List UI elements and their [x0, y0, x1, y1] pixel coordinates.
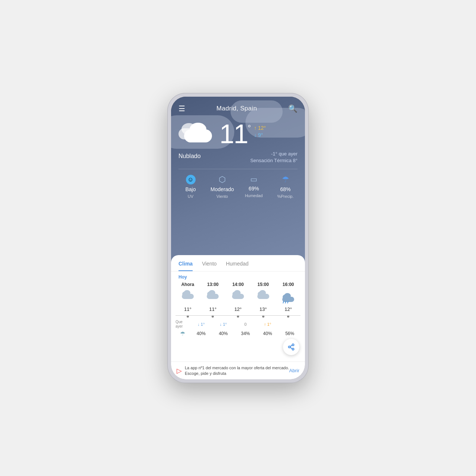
- weather-icon-col-1: [201, 289, 225, 304]
- degree-symbol: °: [248, 123, 251, 133]
- wind-icon: ⬡: [219, 175, 226, 184]
- ad-open-button[interactable]: Abrir: [289, 368, 299, 373]
- precip-value: 68%: [280, 186, 290, 192]
- que-ayer-2: 0: [235, 322, 256, 327]
- weather-icon-col-4: [276, 289, 300, 304]
- hour-col-2: 14:00: [226, 281, 250, 288]
- share-button[interactable]: [283, 339, 299, 355]
- bottom-panel: Clima Viento Humedad Hoy Ahora 13:00 14:…: [171, 255, 305, 379]
- current-temp: 11: [219, 120, 248, 147]
- section-divider: [178, 169, 298, 169]
- stat-precip: ☂ 68% %Precip.: [270, 175, 301, 199]
- precip-row: ☂ 40% 40% 34% 40% 56%: [171, 329, 305, 337]
- hourly-times-row: Ahora 13:00 14:00 15:00 16:00: [171, 281, 305, 288]
- uv-value: Bajo: [185, 186, 196, 192]
- que-ayer-label: Queayer: [176, 320, 190, 329]
- que-ayer-3: ↑ 1°: [257, 322, 279, 327]
- precip-val-2: 34%: [235, 331, 256, 336]
- humidity-value: 69%: [248, 186, 259, 192]
- mini-cloud-2: [231, 290, 245, 300]
- tab-viento[interactable]: Viento: [202, 261, 216, 271]
- cloud-top: [190, 123, 206, 136]
- humidity-icon: ▭: [250, 175, 257, 184]
- weather-cloud-icon: [178, 122, 216, 146]
- hour-col-0: Ahora: [176, 281, 200, 288]
- weather-icon-col-0: [176, 289, 200, 304]
- phone-screen: ☰ Madrid, Spain 🔍 11 ° ↑ 12° ↓ 9°: [171, 97, 305, 379]
- forecast-tabs: Clima Viento Humedad: [171, 255, 305, 271]
- wind-label: Viento: [216, 194, 228, 199]
- rain-drops: [283, 301, 288, 303]
- hourly-icons-row: [171, 289, 305, 304]
- temp-line: [176, 315, 300, 316]
- precip-label: %Precip.: [277, 194, 293, 199]
- hour-label-2: 14:00: [232, 282, 244, 287]
- uv-icon: ☺: [186, 175, 196, 184]
- hour-label-3: 15:00: [257, 282, 269, 287]
- que-ayer-row: Queayer ↓ 1° ↓ 1° 0 ↑ 1°: [171, 318, 305, 329]
- phone-frame: ☰ Madrid, Spain 🔍 11 ° ↑ 12° ↓ 9°: [167, 93, 309, 383]
- search-icon[interactable]: 🔍: [288, 104, 298, 113]
- precip-val-4: 56%: [279, 331, 300, 336]
- mini-cloud-3: [256, 290, 270, 300]
- temp-col-4: 12°: [276, 306, 300, 312]
- share-icon: [287, 343, 295, 351]
- svg-line-4: [290, 345, 292, 346]
- hour-col-1: 13:00: [201, 281, 225, 288]
- que-ayer-0: ↓ 1°: [190, 322, 212, 327]
- humidity-label: Humedad: [245, 193, 263, 198]
- weather-icon-col-2: [226, 289, 250, 304]
- ad-text: La app nº1 del mercado con la mayor ofer…: [185, 365, 289, 376]
- temp-low: ↓ 9°: [254, 132, 266, 138]
- precip-val-0: 40%: [190, 331, 212, 336]
- mini-cloud-rain-4: [281, 290, 295, 303]
- temp-high: ↑ 12°: [254, 125, 266, 131]
- temp-diff: -1° que ayer: [250, 151, 298, 157]
- stat-humidity: ▭ 69% Humedad: [238, 175, 270, 199]
- temp-range: ↑ 12° ↓ 9°: [254, 125, 266, 138]
- temp-col-1: 11°: [201, 306, 225, 312]
- tab-clima[interactable]: Clima: [178, 261, 193, 271]
- precip-val-3: 40%: [257, 331, 279, 336]
- uv-label: UV: [188, 194, 193, 199]
- hoy-label: Hoy: [171, 271, 305, 281]
- precip-icon: ☂: [282, 175, 289, 184]
- weather-description-row: Nublado -1° que ayer Sensación Térmica 8…: [171, 149, 305, 167]
- temp-col-0: 11°: [176, 306, 200, 312]
- app-header: ☰ Madrid, Spain 🔍: [171, 97, 305, 117]
- temperature-section: 11 ° ↑ 12° ↓ 9°: [219, 120, 266, 147]
- main-weather-section: 11 ° ↑ 12° ↓ 9°: [171, 117, 305, 149]
- city-name: Madrid, Spain: [216, 105, 257, 112]
- hour-col-3: 15:00: [251, 281, 276, 288]
- menu-icon[interactable]: ☰: [178, 104, 185, 113]
- weather-background: ☰ Madrid, Spain 🔍 11 ° ↑ 12° ↓ 9°: [171, 97, 305, 266]
- tab-humedad[interactable]: Humedad: [226, 261, 249, 271]
- temp-col-2: 12°: [226, 306, 250, 312]
- stat-uv: ☺ Bajo UV: [175, 175, 206, 199]
- precip-icon-col: ☂: [176, 330, 190, 337]
- mini-cloud-0: [181, 290, 195, 300]
- hourly-temps-row: 11° 11° 12° 13° 12°: [171, 306, 305, 312]
- mini-cloud-1: [206, 290, 220, 300]
- weather-condition: Nublado: [178, 151, 201, 160]
- hour-label-1: 13:00: [207, 282, 219, 287]
- que-ayer-1: ↓ 1°: [213, 322, 234, 327]
- weather-meta: -1° que ayer Sensación Térmica 8°: [250, 151, 298, 163]
- svg-line-3: [290, 347, 292, 348]
- ad-logo-icon: ▷: [177, 367, 182, 375]
- ad-banner: ▷ La app nº1 del mercado con la mayor of…: [171, 361, 305, 379]
- hour-label-4: 16:00: [283, 282, 294, 287]
- weather-stats: ☺ Bajo UV ⬡ Moderado Viento ▭ 69% Humeda…: [171, 171, 305, 204]
- precip-val-1: 40%: [213, 331, 234, 336]
- stat-wind: ⬡ Moderado Viento: [206, 175, 238, 199]
- weather-icon-col-3: [251, 289, 276, 304]
- feels-like: Sensación Térmica 8°: [250, 158, 298, 163]
- wind-value: Moderado: [210, 186, 234, 192]
- temp-col-3: 13°: [251, 306, 276, 312]
- umbrella-icon: ☂: [180, 330, 185, 337]
- hour-col-4: 16:00: [276, 281, 300, 288]
- hour-label-0: Ahora: [181, 282, 194, 287]
